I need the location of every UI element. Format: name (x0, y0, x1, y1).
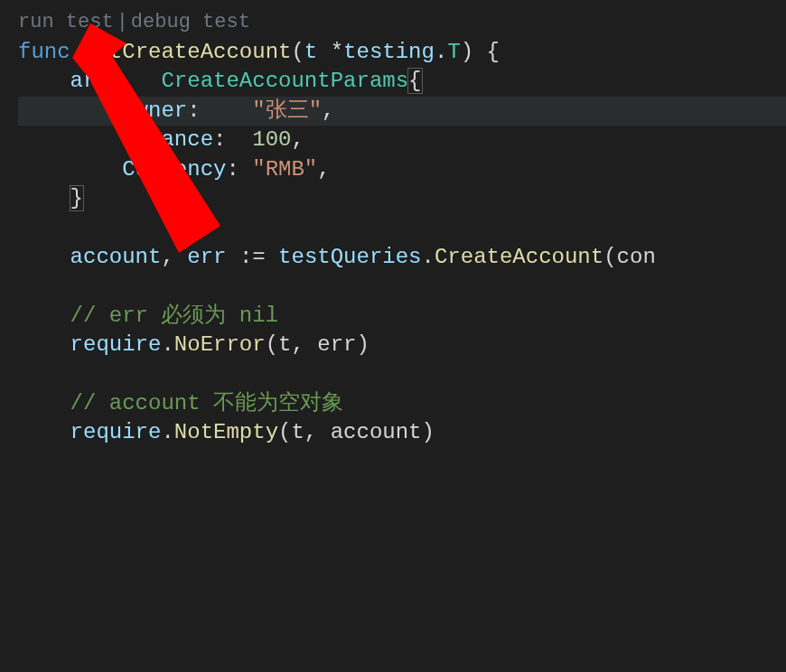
var-arg: arg (70, 69, 109, 93)
type-params: CreateAccountParams (161, 69, 408, 93)
var-account: account (70, 245, 162, 269)
var-testqueries: testQueries (278, 245, 421, 269)
codelens-debug-test[interactable]: debug test (131, 11, 250, 33)
string-currency: "RMB" (252, 157, 317, 182)
number-balance: 100 (252, 127, 291, 152)
brace-open-highlight: { (408, 69, 421, 93)
codelens-bar: run test|debug test (18, 9, 250, 36)
codelens-separator: | (114, 11, 131, 33)
comment-account-notempty: // account 不能为空对象 (70, 391, 343, 415)
code-block: func estCreateAccount(t *testing.T) { ar… (18, 38, 786, 447)
method-createaccount: CreateAccount (435, 245, 604, 269)
field-balance: Balance (122, 127, 213, 152)
func-name: estCreateAccount (83, 40, 291, 64)
code-editor[interactable]: run test|debug test func estCreateAccoun… (0, 0, 786, 672)
field-owner: Owner (122, 98, 187, 123)
string-owner: "张三" (252, 98, 322, 123)
method-noerror: NoError (174, 332, 266, 357)
keyword-func: func (18, 40, 70, 64)
field-currency: Currency (122, 157, 226, 182)
method-notempty: NotEmpty (174, 420, 278, 444)
brace-close-highlight: } (70, 186, 83, 210)
codelens-run-test[interactable]: run test (18, 11, 114, 33)
var-err: err (187, 245, 226, 269)
comment-err-nil: // err 必须为 nil (70, 303, 278, 328)
